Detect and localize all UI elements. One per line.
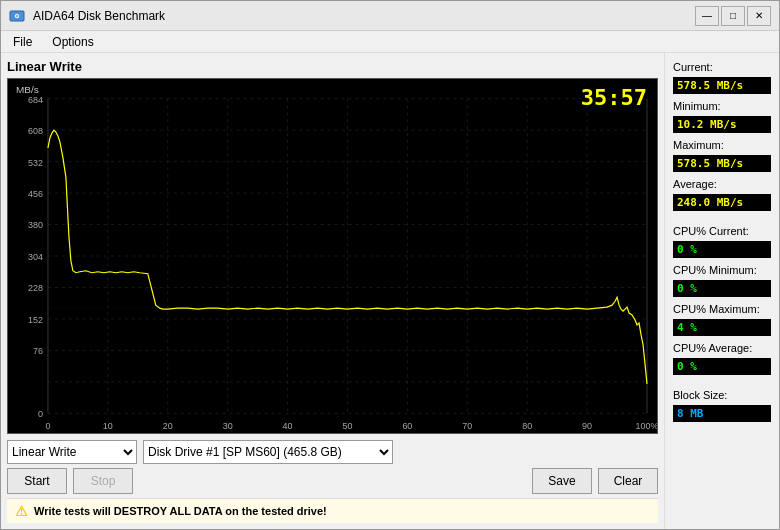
average-value: 248.0 MB/s: [673, 194, 771, 211]
controls-row: Linear Write Linear Read Random Write Ra…: [7, 434, 658, 468]
svg-text:0: 0: [38, 409, 43, 419]
svg-text:380: 380: [28, 221, 43, 231]
maximize-button[interactable]: □: [721, 6, 745, 26]
svg-text:60: 60: [402, 421, 412, 431]
current-label: Current:: [673, 61, 771, 73]
svg-text:228: 228: [28, 283, 43, 293]
title-controls: — □ ✕: [695, 6, 771, 26]
minimize-button[interactable]: —: [695, 6, 719, 26]
save-button[interactable]: Save: [532, 468, 592, 494]
main-window: AIDA64 Disk Benchmark — □ ✕ File Options…: [0, 0, 780, 530]
svg-text:50: 50: [342, 421, 352, 431]
svg-text:0: 0: [45, 421, 50, 431]
content-area: Linear Write 35:57 MB/s: [1, 53, 779, 529]
cpu-minimum-label: CPU% Minimum:: [673, 264, 771, 276]
clear-button[interactable]: Clear: [598, 468, 658, 494]
title-bar-left: AIDA64 Disk Benchmark: [9, 8, 165, 24]
cpu-current-value: 0 %: [673, 241, 771, 258]
window-title: AIDA64 Disk Benchmark: [33, 9, 165, 23]
menu-file[interactable]: File: [5, 33, 40, 51]
cpu-maximum-value: 4 %: [673, 319, 771, 336]
svg-text:MB/s: MB/s: [16, 84, 39, 95]
svg-text:10: 10: [103, 421, 113, 431]
test-type-dropdown[interactable]: Linear Write Linear Read Random Write Ra…: [7, 440, 137, 464]
close-button[interactable]: ✕: [747, 6, 771, 26]
svg-text:40: 40: [283, 421, 293, 431]
main-area: Linear Write 35:57 MB/s: [1, 53, 664, 529]
svg-text:456: 456: [28, 189, 43, 199]
average-label: Average:: [673, 178, 771, 190]
minimum-value: 10.2 MB/s: [673, 116, 771, 133]
warning-bar: ⚠ Write tests will DESTROY ALL DATA on t…: [7, 498, 658, 523]
stop-button[interactable]: Stop: [73, 468, 133, 494]
svg-text:532: 532: [28, 158, 43, 168]
buttons-row: Start Stop Save Clear: [7, 468, 658, 498]
start-button[interactable]: Start: [7, 468, 67, 494]
warning-text: Write tests will DESTROY ALL DATA on the…: [34, 505, 327, 517]
chart-svg: MB/s: [8, 79, 657, 433]
svg-text:70: 70: [462, 421, 472, 431]
title-bar: AIDA64 Disk Benchmark — □ ✕: [1, 1, 779, 31]
svg-text:80: 80: [522, 421, 532, 431]
cpu-current-label: CPU% Current:: [673, 225, 771, 237]
svg-text:684: 684: [28, 95, 43, 105]
menu-bar: File Options: [1, 31, 779, 53]
chart-title: Linear Write: [7, 59, 658, 74]
blocksize-label: Block Size:: [673, 389, 771, 401]
app-icon: [9, 8, 25, 24]
cpu-average-label: CPU% Average:: [673, 342, 771, 354]
chart-container: 35:57 MB/s: [7, 78, 658, 434]
svg-text:30: 30: [223, 421, 233, 431]
current-value: 578.5 MB/s: [673, 77, 771, 94]
svg-text:152: 152: [28, 315, 43, 325]
blocksize-value: 8 MB: [673, 405, 771, 422]
stats-panel: Current: 578.5 MB/s Minimum: 10.2 MB/s M…: [664, 53, 779, 529]
svg-text:76: 76: [33, 346, 43, 356]
warning-icon: ⚠: [15, 503, 28, 519]
maximum-value: 578.5 MB/s: [673, 155, 771, 172]
svg-text:304: 304: [28, 252, 43, 262]
svg-text:100%: 100%: [636, 421, 657, 431]
menu-options[interactable]: Options: [44, 33, 101, 51]
svg-text:608: 608: [28, 126, 43, 136]
cpu-average-value: 0 %: [673, 358, 771, 375]
svg-point-2: [16, 15, 18, 17]
cpu-minimum-value: 0 %: [673, 280, 771, 297]
disk-dropdown[interactable]: Disk Drive #1 [SP MS60] (465.8 GB): [143, 440, 393, 464]
svg-text:20: 20: [163, 421, 173, 431]
svg-text:90: 90: [582, 421, 592, 431]
timer-display: 35:57: [581, 85, 647, 110]
minimum-label: Minimum:: [673, 100, 771, 112]
maximum-label: Maximum:: [673, 139, 771, 151]
cpu-maximum-label: CPU% Maximum:: [673, 303, 771, 315]
